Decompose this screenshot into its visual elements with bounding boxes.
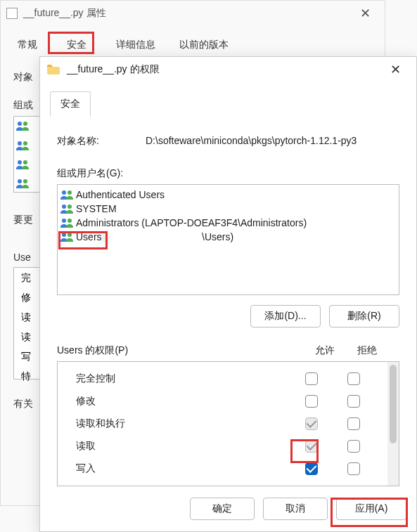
- tab-security[interactable]: 安全: [50, 91, 91, 117]
- users-icon: [60, 231, 74, 242]
- perm-row-read-execute: 读取和执行: [70, 413, 375, 435]
- dialog-footer: 确定 取消 应用(A): [40, 486, 416, 531]
- apply-button[interactable]: 应用(A): [336, 498, 406, 520]
- perm-row-full-control: 完全控制: [70, 368, 375, 390]
- deny-checkbox[interactable]: [347, 440, 360, 453]
- deny-checkbox[interactable]: [347, 417, 360, 430]
- perm-header-name: Users 的权限(P): [57, 344, 304, 357]
- users-icon: [15, 120, 30, 131]
- groups-list[interactable]: Authenticated Users SYSTEM Administrator…: [57, 184, 399, 295]
- users-icon: [15, 178, 30, 189]
- perm-row-read: 读取: [70, 435, 375, 458]
- group-buttons-row: 添加(D)... 删除(R): [57, 305, 399, 327]
- parent-tabs: 常规 安全 详细信息 以前的版本: [1, 26, 385, 54]
- users-icon: [60, 217, 74, 228]
- permissions-table: 完全控制 修改 读取和执行 读取: [57, 361, 399, 486]
- child-body: 对象名称: D:\softeware\miniconda\pkgs\pytorc…: [40, 117, 416, 486]
- users-icon: [15, 159, 30, 170]
- permissions-header: Users 的权限(P) 允许 拒绝: [57, 344, 399, 357]
- tab-details[interactable]: 详细信息: [109, 36, 162, 54]
- group-row-authenticated-users[interactable]: Authenticated Users: [60, 188, 397, 202]
- perm-row-write: 写入: [70, 458, 375, 480]
- parent-window-title: __future__.py 属性: [23, 7, 351, 20]
- group-name: Authenticated Users: [76, 189, 165, 200]
- perm-scrollbar[interactable]: [387, 362, 399, 486]
- group-row-administrators[interactable]: Administrators (LAPTOP-DOEAF3F4\Administ…: [60, 216, 397, 230]
- deny-checkbox[interactable]: [347, 372, 360, 385]
- child-window-title: __future__.py 的权限: [67, 63, 381, 76]
- object-name-row: 对象名称: D:\softeware\miniconda\pkgs\pytorc…: [57, 135, 399, 148]
- group-row-users[interactable]: Users (L\Users): [60, 230, 397, 244]
- users-icon: [15, 140, 30, 151]
- group-name: SYSTEM: [76, 203, 117, 214]
- object-name-label: 对象名称:: [57, 135, 146, 148]
- scrollbar-thumb[interactable]: [390, 365, 397, 443]
- group-name-blurred: (L: [102, 231, 110, 242]
- group-name: Administrators (LAPTOP-DOEAF3F4\Administ…: [76, 217, 307, 228]
- allow-checkbox-write[interactable]: [305, 462, 318, 475]
- deny-checkbox[interactable]: [347, 395, 360, 408]
- allow-checkbox[interactable]: [305, 417, 318, 430]
- perm-name: 写入: [70, 462, 290, 475]
- allow-checkbox[interactable]: [305, 440, 318, 453]
- add-button[interactable]: 添加(D)...: [250, 305, 321, 327]
- tab-security[interactable]: 安全: [54, 36, 99, 54]
- perm-name: 修改: [70, 395, 290, 408]
- tab-previous-versions[interactable]: 以前的版本: [172, 36, 236, 54]
- perm-header-deny: 拒绝: [346, 344, 388, 357]
- parent-close-button[interactable]: ✕: [351, 6, 379, 21]
- perm-header-allow: 允许: [304, 344, 346, 357]
- remove-button[interactable]: 删除(R): [329, 305, 399, 327]
- deny-checkbox[interactable]: [347, 462, 360, 475]
- permissions-child-window: __future__.py 的权限 ✕ 安全 对象名称: D:\softewar…: [39, 56, 417, 532]
- child-close-button[interactable]: ✕: [381, 62, 409, 77]
- groups-label: 组或用户名(G):: [57, 167, 399, 180]
- group-row-system[interactable]: SYSTEM: [60, 202, 397, 216]
- ok-button[interactable]: 确定: [190, 498, 255, 520]
- parent-titlebar: __future__.py 属性 ✕: [1, 1, 385, 26]
- perm-row-modify: 修改: [70, 390, 375, 413]
- allow-checkbox[interactable]: [305, 372, 318, 385]
- child-titlebar: __future__.py 的权限 ✕: [40, 57, 416, 82]
- users-icon: [60, 189, 74, 200]
- perm-name: 读取: [70, 440, 290, 453]
- folder-icon: [47, 65, 60, 74]
- app-icon: [6, 8, 18, 19]
- object-name-value: D:\softeware\miniconda\pkgs\pytorch-1.12…: [146, 135, 357, 148]
- perm-name: 读取和执行: [70, 417, 290, 430]
- perm-name: 完全控制: [70, 372, 290, 385]
- group-name-suffix: \Users): [202, 231, 233, 242]
- cancel-button[interactable]: 取消: [263, 498, 328, 520]
- group-name-prefix: Users: [76, 231, 102, 242]
- allow-checkbox[interactable]: [305, 395, 318, 408]
- tab-general[interactable]: 常规: [11, 36, 44, 54]
- users-icon: [60, 203, 74, 214]
- child-tabs: 安全: [40, 82, 416, 117]
